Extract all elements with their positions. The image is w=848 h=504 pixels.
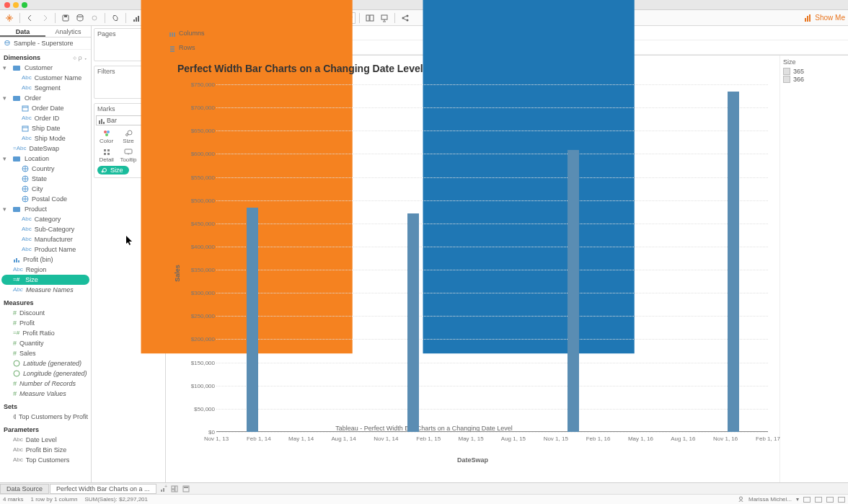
measure-item[interactable]: Longitude (generated) [0, 368, 91, 379]
svg-rect-32 [22, 106, 28, 111]
measure-item[interactable]: =# Profit Ratio [0, 328, 91, 338]
dimension-folder[interactable]: ▾Location [0, 154, 91, 164]
dimension-item[interactable]: =Abc DateSwap [0, 143, 91, 154]
dimension-item[interactable]: Abc Customer Name [0, 73, 91, 83]
tab-data-source[interactable]: Data Source [0, 484, 49, 494]
chart-title: Perfect Width Bar Charts on a Changing D… [177, 63, 772, 74]
svg-rect-42 [18, 260, 19, 262]
dimension-item[interactable]: Abc Order ID [0, 113, 91, 123]
dimension-item[interactable]: Profit (bin) [0, 255, 91, 265]
measure-item[interactable]: # Profit [0, 318, 91, 328]
chart-bar[interactable] [567, 150, 579, 432]
dimension-item[interactable]: Ship Date [0, 123, 91, 133]
measure-item[interactable]: # Number of Records [0, 379, 91, 389]
status-user: Marissa Michel... [748, 496, 792, 503]
svg-point-43 [14, 361, 19, 366]
status-sum: SUM(Sales): $2,297,201 [84, 496, 148, 503]
svg-rect-72 [172, 486, 175, 489]
dimension-item[interactable]: Abc Ship Mode [0, 133, 91, 143]
dimension-item-selected[interactable]: =#Size [1, 275, 89, 285]
dimension-item[interactable]: Postal Code [0, 194, 91, 204]
set-item[interactable]: Top Customers by Profit [0, 412, 91, 422]
dimension-item[interactable]: Country [0, 164, 91, 174]
parameter-item[interactable]: Abc Profit Bin Size [0, 445, 91, 455]
chart-bar[interactable] [728, 92, 739, 432]
svg-rect-41 [16, 258, 17, 262]
svg-point-77 [739, 497, 742, 500]
svg-point-44 [14, 371, 19, 376]
new-worksheet-icon[interactable]: + [157, 485, 169, 493]
dimension-item[interactable]: Abc Sub-Category [0, 224, 91, 234]
svg-rect-63 [169, 32, 171, 37]
status-rowcol: 1 row by 1 column [30, 496, 77, 503]
svg-rect-30 [13, 66, 20, 71]
svg-rect-31 [13, 96, 20, 101]
data-pane: Data Analytics Sample - Superstore Dimen… [0, 26, 92, 482]
measure-item[interactable]: # Quantity [0, 338, 91, 348]
dimension-item[interactable]: Order Date [0, 103, 91, 113]
dimension-item[interactable]: Abc Measure Names [0, 285, 91, 295]
dimension-item[interactable]: Abc Category [0, 214, 91, 224]
measure-item[interactable]: # Measure Values [0, 389, 91, 399]
svg-rect-69 [161, 490, 162, 492]
measure-item[interactable]: # Discount [0, 308, 91, 318]
marks-size-pill[interactable]: Size [97, 166, 129, 174]
svg-rect-34 [13, 156, 20, 162]
dimension-item[interactable]: Abc Region [0, 265, 91, 275]
measure-item[interactable]: Latitude (generated) [0, 358, 91, 368]
status-marks: 4 marks [3, 496, 23, 503]
dimension-folder[interactable]: ▾Order [0, 93, 91, 103]
svg-point-46 [15, 415, 16, 419]
svg-rect-68 [170, 50, 175, 52]
chart-viewport[interactable]: Perfect Width Bar Charts on a Changing D… [166, 56, 779, 482]
svg-rect-73 [175, 486, 177, 492]
svg-rect-76 [184, 487, 188, 488]
tab-current-sheet[interactable]: Perfect Width Bar Charts on a ... [50, 484, 156, 494]
svg-rect-33 [22, 126, 28, 131]
dimension-item[interactable]: Abc Manufacturer [0, 234, 91, 244]
chart-bar[interactable] [247, 208, 258, 432]
svg-rect-39 [13, 207, 20, 212]
svg-text:+: + [164, 485, 167, 489]
new-story-icon[interactable] [180, 485, 192, 493]
svg-rect-40 [14, 260, 15, 262]
dimension-item[interactable]: City [0, 184, 91, 194]
svg-rect-65 [174, 32, 175, 37]
svg-rect-74 [172, 490, 175, 492]
dimension-item[interactable]: State [0, 174, 91, 184]
dimension-item[interactable]: Abc Segment [0, 83, 91, 93]
sheet-tabs: Data Source Perfect Width Bar Charts on … [0, 482, 848, 494]
measure-item[interactable]: # Sales [0, 348, 91, 358]
parameter-item[interactable]: Abc Date Level [0, 435, 91, 445]
status-bar: 4 marks 1 row by 1 column SUM(Sales): $2… [0, 494, 848, 504]
svg-rect-64 [172, 32, 173, 37]
dimension-item[interactable]: Abc Product Name [0, 244, 91, 255]
svg-rect-67 [170, 48, 175, 50]
svg-point-62 [103, 169, 107, 172]
dimension-folder[interactable]: ▾Customer [0, 63, 91, 73]
y-axis-label: Sales [174, 265, 181, 282]
parameter-item[interactable]: Abc Top Customers [0, 455, 91, 465]
chart-bar[interactable] [407, 213, 419, 432]
svg-rect-66 [170, 46, 175, 48]
dimension-folder[interactable]: ▾Product [0, 204, 91, 214]
new-dashboard-icon[interactable] [169, 485, 180, 493]
window-titlebar: Tableau - Perfect Width Bar Charts on a … [0, 0, 848, 10]
